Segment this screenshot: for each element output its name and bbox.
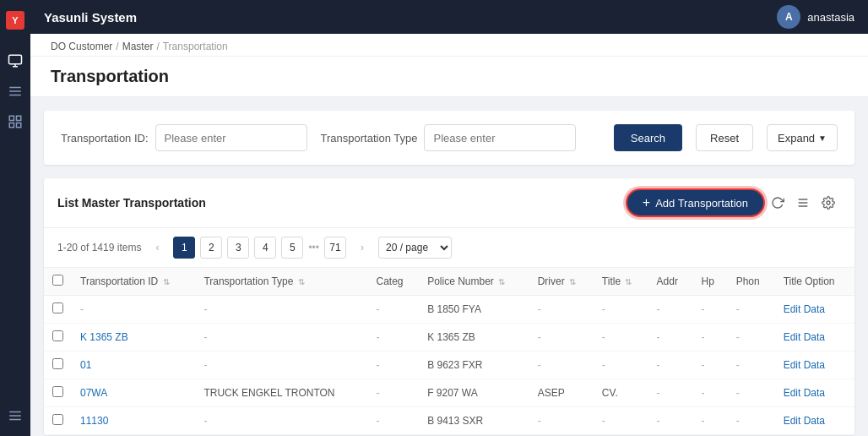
edit-data-link-0[interactable]: Edit Data — [784, 303, 825, 315]
th-phon[interactable]: Phon — [728, 268, 775, 296]
row-id-link[interactable]: 11130 — [80, 415, 108, 427]
transportation-id-label: Transportation ID: — [61, 132, 149, 144]
row-police-number: B 1850 FYA — [419, 296, 529, 324]
left-sidebar: Y — [0, 0, 30, 436]
table-body: - - - B 1850 FYA - - - - - Edit Data K 1… — [44, 296, 854, 435]
edit-data-link-1[interactable]: Edit Data — [784, 331, 825, 343]
row-transportation-id: 01 — [72, 352, 195, 379]
page-3-button[interactable]: 3 — [227, 237, 249, 259]
table-toolbar: List Master Transportation + Add Transpo… — [44, 178, 854, 228]
row-transportation-id: - — [72, 296, 195, 324]
row-hp: - — [692, 407, 727, 435]
row-transportation-id: 11130 — [72, 407, 195, 435]
th-title[interactable]: Title ⇅ — [594, 268, 648, 296]
settings-button[interactable] — [816, 190, 841, 215]
prev-page-button[interactable]: ‹ — [146, 237, 168, 259]
breadcrumb-sep-2: / — [156, 41, 159, 52]
app-name: Yasunli System — [44, 10, 137, 25]
search-button[interactable]: Search — [614, 124, 682, 151]
row-transportation-type: - — [195, 407, 367, 435]
row-checkbox-4[interactable] — [52, 414, 63, 425]
svg-rect-9 — [17, 123, 21, 128]
table-row: 07WA TRUCK ENGKEL TRONTON - F 9207 WA AS… — [44, 379, 854, 407]
row-transportation-type: - — [195, 352, 367, 379]
edit-data-link-4[interactable]: Edit Data — [784, 415, 825, 427]
row-driver: - — [529, 352, 594, 379]
table-title: List Master Transportation — [57, 196, 206, 210]
sidebar-item-monitor[interactable] — [2, 47, 29, 74]
th-categ[interactable]: Categ — [368, 268, 420, 296]
th-addr[interactable]: Addr — [648, 268, 693, 296]
breadcrumb-current: Transportation — [163, 41, 228, 52]
breadcrumb-do-customer[interactable]: DO Customer — [51, 41, 112, 52]
row-driver: - — [529, 296, 594, 324]
row-id-link[interactable]: 01 — [80, 359, 91, 371]
sidebar-logo[interactable]: Y — [2, 7, 29, 34]
column-icon — [796, 196, 810, 210]
th-police-number[interactable]: Police Number ⇅ — [419, 268, 529, 296]
row-addr: - — [648, 296, 693, 324]
row-driver: ASEP — [529, 379, 594, 407]
sort-title-icon: ⇅ — [625, 277, 632, 286]
refresh-button[interactable] — [765, 190, 790, 215]
svg-rect-8 — [9, 123, 14, 128]
page-2-button[interactable]: 2 — [200, 237, 222, 259]
row-categ: - — [368, 407, 420, 435]
row-phon: - — [728, 407, 775, 435]
transportation-type-input[interactable] — [424, 124, 576, 151]
page-5-button[interactable]: 5 — [281, 237, 303, 259]
row-checkbox-3[interactable] — [52, 386, 63, 397]
user-info: A anastasia — [777, 5, 854, 29]
sort-driver-icon: ⇅ — [569, 277, 576, 286]
svg-rect-6 — [9, 116, 14, 120]
edit-data-link-3[interactable]: Edit Data — [784, 387, 825, 399]
select-all-checkbox[interactable] — [52, 275, 63, 286]
row-driver: - — [529, 407, 594, 435]
row-checkbox-1[interactable] — [52, 330, 63, 341]
page-size-select[interactable]: 20 / page 50 / page 100 / page — [378, 237, 452, 259]
edit-data-link-2[interactable]: Edit Data — [784, 359, 825, 371]
row-checkbox-cell — [44, 296, 72, 324]
add-transportation-button[interactable]: + Add Transportation — [626, 188, 765, 217]
row-id: - — [80, 303, 84, 315]
filter-row: Transportation ID: Transportation Type S… — [61, 124, 838, 151]
chevron-down-icon: ▼ — [818, 134, 827, 143]
row-option: Edit Data — [775, 407, 854, 435]
reset-button[interactable]: Reset — [696, 124, 753, 151]
next-page-button[interactable]: › — [351, 237, 373, 259]
breadcrumb: DO Customer / Master / Transportation — [30, 34, 868, 57]
table-row: - - - B 1850 FYA - - - - - Edit Data — [44, 296, 854, 324]
sidebar-item-grid[interactable] — [2, 108, 29, 135]
row-hp: - — [692, 379, 727, 407]
th-transportation-type[interactable]: Transportation Type ⇅ — [195, 268, 367, 296]
page-4-button[interactable]: 4 — [254, 237, 276, 259]
gear-icon — [822, 196, 835, 210]
row-id-link[interactable]: 07WA — [80, 387, 107, 399]
content-area: DO Customer / Master / Transportation Tr… — [30, 34, 868, 436]
page-71-button[interactable]: 71 — [324, 237, 346, 259]
th-transportation-id[interactable]: Transportation ID ⇅ — [72, 268, 195, 296]
svg-point-16 — [827, 201, 830, 204]
row-phon: - — [728, 352, 775, 379]
table-row: 01 - - B 9623 FXR - - - - - Edit Data — [44, 352, 854, 379]
sidebar-item-bottom[interactable] — [2, 402, 29, 429]
row-checkbox-2[interactable] — [52, 358, 63, 369]
row-title: - — [594, 324, 648, 352]
sort-type-icon: ⇅ — [298, 277, 305, 286]
row-categ: - — [368, 352, 420, 379]
breadcrumb-master[interactable]: Master — [122, 41, 154, 52]
column-settings-button[interactable] — [790, 190, 816, 215]
expand-label: Expand — [778, 132, 815, 144]
row-id-link[interactable]: K 1365 ZB — [80, 331, 128, 343]
th-driver[interactable]: Driver ⇅ — [529, 268, 594, 296]
row-transportation-id: K 1365 ZB — [72, 324, 195, 352]
th-option: Title Option — [775, 268, 854, 296]
page-1-button[interactable]: 1 — [173, 237, 195, 259]
sidebar-item-list[interactable] — [2, 78, 29, 105]
row-phon: - — [728, 379, 775, 407]
row-checkbox-cell — [44, 324, 72, 352]
expand-button[interactable]: Expand ▼ — [767, 124, 838, 151]
row-checkbox-0[interactable] — [52, 302, 63, 313]
transportation-id-input[interactable] — [155, 124, 307, 151]
th-hp[interactable]: Hp — [692, 268, 727, 296]
